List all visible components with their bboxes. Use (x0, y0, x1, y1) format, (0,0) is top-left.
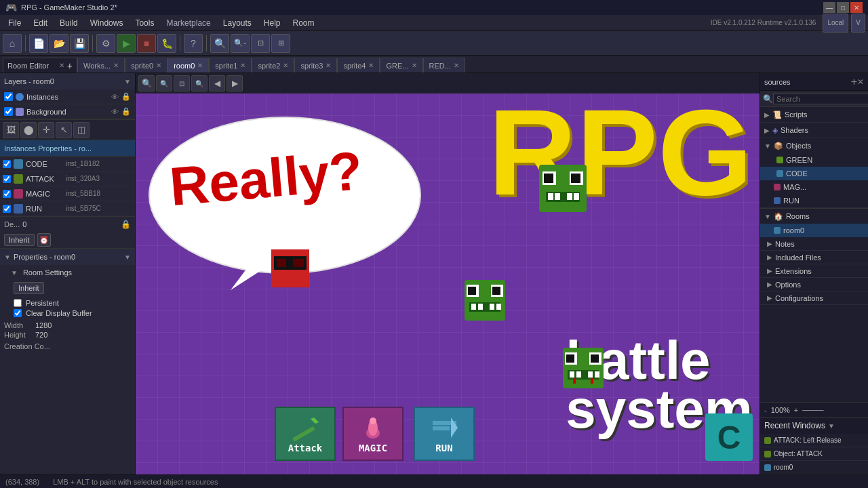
grid-button[interactable]: ⊞ (271, 34, 290, 53)
room-canvas[interactable]: RPG battle system Really? (136, 94, 760, 474)
room-editor-tab-close[interactable]: ✕ (59, 62, 64, 69)
layer-background-lock[interactable]: 🔒 (121, 107, 131, 116)
debug-button[interactable]: 🐛 (157, 34, 176, 53)
menu-file[interactable]: File (3, 17, 26, 29)
recent-windows-header[interactable]: Recent Windows ▼ (760, 418, 868, 434)
tab-sprite2[interactable]: sprite2 ✕ (252, 58, 294, 73)
instance-code[interactable]: CODE inst_1B182 (0, 157, 135, 171)
properties-header[interactable]: ▼ Properties - room0 ▼ (0, 249, 135, 265)
menu-windows[interactable]: Windows (85, 17, 129, 29)
center-canvas[interactable]: ◀ 🔍 🔍 ⊡ 🔍 ◀ ▶ RPG battle system (136, 73, 760, 474)
recent-item-room0[interactable]: room0 (760, 461, 868, 474)
persistent-checkbox[interactable] (14, 299, 22, 307)
instance-magic[interactable]: MAGIC inst_5BB18 (0, 186, 135, 201)
tab-sprite0[interactable]: sprite0 ✕ (125, 58, 167, 73)
clear-display-checkbox[interactable] (14, 309, 22, 317)
layer-instances-lock[interactable]: 🔒 (121, 92, 131, 101)
res-group-objects-header[interactable]: ▼ 📦 Objects (760, 138, 868, 153)
canvas-next[interactable]: ▶ (226, 75, 243, 92)
room-settings-row[interactable]: ▼ Room Settings (0, 265, 135, 280)
instance-run-checkbox[interactable] (3, 205, 11, 213)
instance-attack-checkbox[interactable] (3, 175, 11, 183)
instance-code-checkbox[interactable] (3, 160, 11, 168)
open-button[interactable]: 📂 (50, 34, 68, 53)
resources-close[interactable]: ✕ (857, 77, 864, 87)
red-character[interactable] (271, 249, 309, 297)
menu-tools[interactable]: Tools (130, 17, 159, 29)
tab-sprite4[interactable]: sprite4 ✕ (337, 58, 380, 73)
inherit-button2[interactable]: Inherit (14, 282, 44, 294)
instance-attack[interactable]: ATTACK inst_320A3 (0, 171, 135, 186)
tool-select[interactable]: ✛ (38, 122, 54, 138)
layer-background[interactable]: Background 👁 🔒 (0, 104, 135, 119)
menu-marketplace[interactable]: Marketplace (161, 17, 216, 29)
layer-instances-checkbox[interactable] (4, 92, 13, 101)
canvas-zoom-out[interactable]: 🔍 (156, 75, 172, 92)
green-monster-2[interactable] (461, 277, 509, 333)
new-button[interactable]: 📄 (29, 34, 48, 53)
res-item-magic[interactable]: MAG... (760, 180, 868, 194)
res-item-run[interactable]: RUN (760, 194, 868, 207)
room-editor-tab-add[interactable]: + (67, 60, 73, 71)
tab-sprite3[interactable]: sprite3 ✕ (294, 58, 337, 73)
tab-gre[interactable]: GRE... ✕ (380, 58, 422, 73)
resources-add[interactable]: + (851, 76, 857, 88)
zoom-fit-button[interactable]: ⊡ (251, 34, 270, 53)
notes-section[interactable]: ▶ Notes (760, 237, 868, 251)
options-section[interactable]: ▶ Options (760, 278, 868, 291)
layer-background-checkbox[interactable] (4, 107, 13, 116)
included-files-section[interactable]: ▶ Included Files (760, 251, 868, 264)
search-input[interactable] (773, 94, 868, 104)
tab-sprite1[interactable]: sprite1 ✕ (209, 58, 252, 73)
canvas-zoom-in[interactable]: 🔍 (138, 75, 155, 92)
view-button[interactable]: V (851, 14, 865, 33)
inherit-button[interactable]: Inherit (4, 234, 35, 246)
build-button[interactable]: ⚙ (96, 34, 115, 53)
tab-works[interactable]: Works... ✕ (77, 58, 125, 73)
layer-instances[interactable]: Instances 👁 🔒 (0, 89, 135, 104)
res-group-shaders-header[interactable]: ▶ ◈ Shaders (760, 123, 868, 138)
canvas-fit[interactable]: ⊡ (174, 75, 190, 92)
menu-build[interactable]: Build (54, 17, 83, 29)
inherit-icon-button[interactable]: ⏰ (37, 233, 51, 247)
layers-header[interactable]: Layers - room0 ▼ (0, 73, 135, 89)
tab-room0[interactable]: room0 ✕ (167, 58, 209, 73)
instance-magic-checkbox[interactable] (3, 190, 11, 198)
menu-help[interactable]: Help (258, 17, 286, 29)
run-item[interactable]: RUN (414, 407, 475, 461)
depth-lock-icon[interactable]: 🔒 (121, 220, 131, 229)
c-icon[interactable]: C (705, 413, 753, 461)
extensions-section[interactable]: ▶ Extensions (760, 264, 868, 278)
attack-item[interactable]: Attack (275, 407, 336, 461)
rooms-header[interactable]: ▼ 🏠 Rooms (760, 209, 868, 224)
layer-background-eye[interactable]: 👁 (111, 108, 119, 116)
magic-item[interactable]: MAGIC (342, 407, 403, 461)
home-button[interactable]: ⌂ (3, 34, 22, 53)
tab-red-close[interactable]: ✕ (454, 62, 459, 69)
zoom-minus[interactable]: - (763, 406, 768, 414)
layer-instances-eye[interactable]: 👁 (111, 93, 119, 101)
green-monster-3[interactable] (559, 344, 607, 401)
zoom-in-button[interactable]: 🔍 (210, 34, 229, 53)
minimize-button[interactable]: — (823, 2, 835, 13)
local-button[interactable]: Local (823, 14, 848, 33)
recent-item-attack-event[interactable]: ATTACK: Left Release (760, 434, 868, 447)
maximize-button[interactable]: □ (837, 2, 849, 13)
tab-room0-close[interactable]: ✕ (197, 62, 203, 69)
configurations-section[interactable]: ▶ Configurations (760, 291, 868, 305)
tab-sprite3-close[interactable]: ✕ (326, 62, 331, 69)
tab-sprite4-close[interactable]: ✕ (368, 62, 374, 69)
res-item-room0[interactable]: room0 (760, 224, 868, 237)
tool-image[interactable]: 🖼 (3, 122, 19, 138)
tab-sprite1-close[interactable]: ✕ (240, 62, 245, 69)
help-button[interactable]: ? (184, 34, 203, 53)
save-button[interactable]: 💾 (70, 34, 89, 53)
creation-row[interactable]: Creation Co... (0, 340, 135, 352)
tab-sprite2-close[interactable]: ✕ (283, 62, 288, 69)
menu-room[interactable]: Room (288, 17, 320, 29)
recent-item-attack-object[interactable]: Object: ATTACK (760, 447, 868, 461)
tab-sprite0-close[interactable]: ✕ (156, 62, 161, 69)
tool-circle[interactable]: ⬤ (20, 122, 37, 138)
zoom-slider[interactable]: ──── (801, 406, 865, 414)
green-monster-1[interactable] (536, 161, 590, 224)
